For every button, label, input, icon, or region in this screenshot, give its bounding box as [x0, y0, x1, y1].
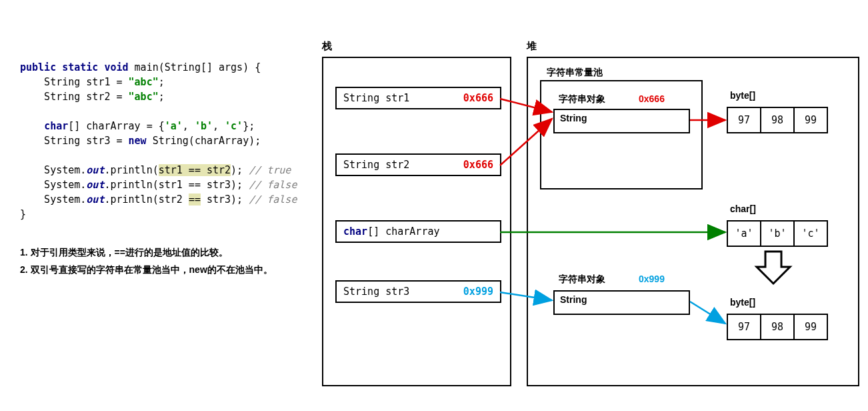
code-text: String(charArray);: [147, 135, 261, 147]
code-text: 'b': [195, 120, 213, 132]
code-text: ;: [159, 91, 165, 103]
notes-block: 1. 对于引用类型来说，==进行的是地址值的比较。 2. 双引号直接写的字符串在…: [20, 244, 273, 278]
byte-array-grid: 97 98 99: [727, 107, 828, 133]
code-text: public static void: [20, 61, 129, 73]
code-text: );: [231, 164, 249, 176]
byte-array-label: byte[]: [730, 297, 755, 308]
stack-item-str1: String str1 0x666: [335, 87, 501, 109]
heap-heading: 堆: [527, 40, 537, 53]
string-type-label: String: [560, 294, 587, 305]
string-object-addr: 0x666: [639, 93, 665, 104]
code-text: // true: [249, 164, 291, 176]
code-text: str3);: [201, 193, 249, 206]
code-text: // false: [249, 179, 297, 191]
byte-cell: 97: [727, 314, 761, 340]
code-text: System.: [20, 179, 86, 191]
code-text: ,: [213, 120, 225, 132]
code-text: .println(str1 == str3);: [104, 179, 249, 191]
stack-addr: 0x666: [463, 159, 493, 171]
code-text: };: [243, 120, 255, 132]
code-text: .println(str2: [104, 193, 188, 206]
string-object-label: 字符串对象: [559, 274, 605, 286]
pool-title: 字符串常量池: [547, 67, 603, 79]
byte-cell: 99: [793, 314, 828, 340]
code-text: // false: [249, 193, 297, 206]
char-cell: 'c': [793, 220, 828, 247]
note-line: 2. 双引号直接写的字符串在常量池当中，new的不在池当中。: [20, 261, 273, 278]
code-text: }: [20, 208, 26, 220]
code-text: [20, 120, 44, 132]
code-text: ,: [183, 120, 195, 132]
char-cell: 'a': [727, 220, 761, 247]
stack-var-label: String str1: [343, 92, 409, 104]
string-box: String: [553, 290, 690, 315]
note-line: 1. 对于引用类型来说，==进行的是地址值的比较。: [20, 244, 273, 261]
stack-var-label: String str2: [343, 159, 409, 171]
code-text: 'c': [225, 120, 243, 132]
stack-addr: 0x999: [463, 286, 493, 298]
code-text: String str3 =: [20, 135, 129, 147]
code-text: main(String[] args) {: [129, 61, 261, 73]
stack-item-chararray: char[] charArray: [335, 220, 501, 243]
code-text: ==: [189, 193, 201, 206]
stack-item-str2: String str2 0x666: [335, 153, 501, 176]
diagram-root: public static void main(String[] args) {…: [0, 0, 868, 411]
char-cell: 'b': [760, 220, 795, 247]
stack-heading: 栈: [322, 40, 332, 53]
code-text: [] charArray = {: [68, 120, 165, 132]
stack-item-str3: String str3 0x999: [335, 280, 501, 303]
code-text: System.: [20, 193, 86, 206]
code-text: String str2 =: [20, 91, 129, 103]
stack-var-label: [] charArray: [367, 226, 439, 238]
code-text: .println(: [104, 164, 158, 176]
code-text: out: [86, 164, 104, 176]
code-text: "abc": [129, 76, 159, 88]
code-text: new: [129, 135, 147, 147]
string-box: String: [553, 109, 690, 133]
char-array-grid: 'a' 'b' 'c': [727, 220, 828, 247]
stack-addr: 0x666: [463, 92, 493, 104]
char-array-label: char[]: [730, 203, 756, 214]
byte-cell: 98: [760, 107, 795, 133]
code-text: String str1 =: [20, 76, 129, 88]
code-text: 'a': [165, 120, 183, 132]
code-text: out: [86, 193, 104, 206]
code-text: char: [44, 120, 68, 132]
byte-cell: 97: [727, 107, 761, 133]
code-block: public static void main(String[] args) {…: [20, 60, 297, 222]
stack-var-label: String str3: [343, 286, 409, 298]
code-text: ;: [159, 76, 165, 88]
byte-cell: 98: [760, 314, 795, 340]
code-text: System.: [20, 164, 86, 176]
code-text: "abc": [129, 91, 159, 103]
byte-cell: 99: [793, 107, 828, 133]
code-text: out: [86, 179, 104, 191]
stack-var-label: char: [343, 226, 367, 238]
string-type-label: String: [560, 113, 587, 123]
code-text: str1 == str2: [159, 164, 231, 176]
byte-array-label: byte[]: [730, 90, 755, 101]
string-object-label: 字符串对象: [559, 93, 605, 105]
string-object-addr: 0x999: [639, 274, 665, 284]
byte-array-grid: 97 98 99: [727, 314, 828, 340]
